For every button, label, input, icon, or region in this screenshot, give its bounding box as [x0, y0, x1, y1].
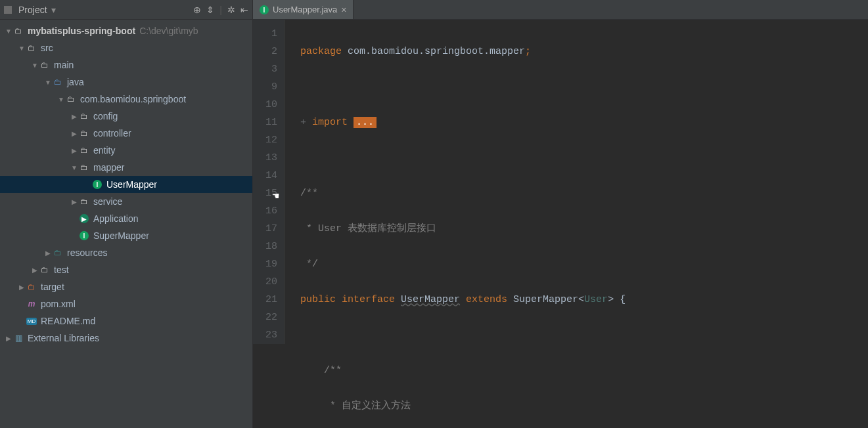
package-icon: 🗀: [79, 196, 89, 207]
tree-node-supermapper[interactable]: I SuperMapper: [0, 227, 252, 244]
gear-icon[interactable]: ✲: [227, 5, 235, 15]
tree-node-usermapper[interactable]: I UserMapper: [0, 176, 252, 193]
expand-toggle-icon[interactable]: [17, 45, 26, 52]
line-number: 22: [265, 309, 277, 326]
tree-label: pom.xml: [41, 299, 76, 309]
project-title: Project: [18, 5, 47, 15]
gutter: 1 2 3 9 10 11 12 13 14 15 16 17 18 19 20…: [253, 20, 285, 344]
tree-label: entity: [93, 145, 115, 156]
expand-toggle-icon[interactable]: [30, 62, 39, 69]
expand-toggle-icon[interactable]: [70, 113, 79, 120]
tab-label: UserMapper.java: [273, 5, 337, 14]
tree-label: com.baomidou.springboot: [80, 94, 186, 104]
line-number: 23: [265, 326, 277, 344]
tree-label: src: [41, 43, 53, 53]
tree-node-application[interactable]: ▶ Application: [0, 210, 252, 227]
folder-icon: 🗀: [39, 265, 50, 275]
class-name: UserMapper: [401, 294, 460, 305]
tree-node-main[interactable]: 🗀 main: [0, 56, 252, 74]
libraries-icon: ▥: [13, 333, 24, 343]
comment: * 自定义注入方法: [324, 400, 411, 412]
tree-label: README.md: [41, 316, 95, 326]
tree-node-external-libs[interactable]: ▥ External Libraries: [0, 330, 252, 347]
package-icon: 🗀: [79, 145, 89, 156]
folder-icon: 🗀: [39, 60, 50, 70]
keyword: package: [300, 46, 342, 57]
tree-node-config[interactable]: 🗀 config: [0, 108, 252, 125]
semicolon: ;: [525, 46, 531, 57]
tree-node-pom[interactable]: m pom.xml: [0, 295, 252, 312]
tree-node-test[interactable]: 🗀 test: [0, 261, 252, 278]
tree-label: UserMapper: [106, 179, 157, 190]
tree-path-hint: C:\dev\git\myb: [139, 26, 198, 36]
line-number: 18: [265, 238, 277, 255]
line-number: 2: [265, 43, 277, 60]
folded-region[interactable]: ...: [354, 117, 377, 128]
interface-icon: I: [260, 5, 269, 15]
angle-close: > {: [608, 294, 626, 305]
expand-toggle-icon[interactable]: [43, 79, 53, 86]
comment: */: [300, 259, 318, 270]
line-number: 10: [265, 96, 277, 114]
fold-plus-icon[interactable]: +: [300, 117, 306, 128]
code-editor[interactable]: 1 2 3 9 10 11 12 13 14 15 16 17 18 19 20…: [253, 20, 868, 428]
tree-label: External Libraries: [28, 333, 99, 343]
interface-icon: I: [79, 230, 89, 241]
line-number: 19: [265, 255, 277, 273]
line-number: 21: [265, 291, 277, 309]
line-number: 14: [265, 167, 277, 184]
expand-toggle-icon[interactable]: [43, 249, 53, 257]
interface-icon: I: [92, 179, 103, 190]
tree-node-java[interactable]: 🗀 java: [0, 74, 252, 91]
hide-panel-icon[interactable]: ⇤: [240, 5, 248, 15]
expand-toggle-icon[interactable]: [17, 284, 26, 291]
expand-toggle-icon[interactable]: [70, 198, 79, 205]
tree-node-controller[interactable]: 🗀 controller: [0, 125, 252, 142]
angle-open: <: [578, 294, 584, 305]
expand-toggle-icon[interactable]: [70, 130, 79, 137]
tree-node-mapper[interactable]: 🗀 mapper: [0, 159, 252, 176]
package-icon: 🗀: [79, 111, 89, 121]
tab-usermapper[interactable]: I UserMapper.java ×: [253, 0, 354, 19]
folder-icon: 🗀: [13, 26, 24, 36]
expand-toggle-icon[interactable]: [70, 164, 79, 171]
line-number: 11: [265, 114, 277, 131]
line-number: 16: [265, 202, 277, 220]
locate-icon[interactable]: ⊕: [193, 5, 201, 15]
markdown-file-icon: MD: [26, 316, 37, 326]
excluded-folder-icon: 🗀: [26, 282, 37, 292]
tree-node-src[interactable]: 🗀 src: [0, 39, 252, 56]
comment: * User 表数据库控制层接口: [300, 223, 436, 234]
tree-node-entity[interactable]: 🗀 entity: [0, 142, 252, 159]
class-ref: SuperMapper: [513, 294, 578, 305]
close-tab-icon[interactable]: ×: [341, 5, 346, 15]
tree-label: Application: [93, 213, 139, 224]
line-number: 13: [265, 149, 277, 167]
runnable-class-icon: ▶: [79, 213, 89, 224]
tree-node-package[interactable]: 🗀 com.baomidou.springboot: [0, 91, 252, 108]
folder-icon: 🗀: [26, 43, 37, 53]
package-icon: 🗀: [66, 94, 76, 104]
package-name: com.baomidou.springboot.mapper: [342, 46, 525, 57]
divider: |: [219, 5, 222, 15]
tree-root[interactable]: 🗀 mybatisplus-spring-boot C:\dev\git\myb: [0, 22, 252, 39]
editor-pane: I UserMapper.java × 1 2 3 9 10 11 12 13 …: [253, 0, 868, 428]
line-number: 1: [265, 25, 277, 43]
tree-node-target[interactable]: 🗀 target: [0, 278, 252, 295]
tree-node-resources[interactable]: 🗀 resources: [0, 244, 252, 261]
expand-toggle-icon[interactable]: [4, 28, 13, 35]
code-body[interactable]: package com.baomidou.springboot.mapper; …: [285, 20, 697, 428]
expand-toggle-icon[interactable]: [57, 96, 66, 103]
tree-label: java: [67, 77, 84, 87]
package-icon: 🗀: [79, 162, 89, 173]
tree-node-service[interactable]: 🗀 service: [0, 193, 252, 210]
chevron-down-icon[interactable]: ▾: [51, 5, 56, 15]
expand-toggle-icon[interactable]: [70, 147, 79, 154]
line-number: 9: [265, 78, 277, 96]
comment: /**: [324, 365, 342, 376]
expand-toggle-icon[interactable]: [30, 267, 39, 274]
expand-toggle-icon[interactable]: [4, 335, 13, 342]
collapse-all-icon[interactable]: ⇕: [206, 5, 214, 15]
tree-node-readme[interactable]: MD README.md: [0, 312, 252, 330]
keyword: import: [312, 117, 348, 128]
